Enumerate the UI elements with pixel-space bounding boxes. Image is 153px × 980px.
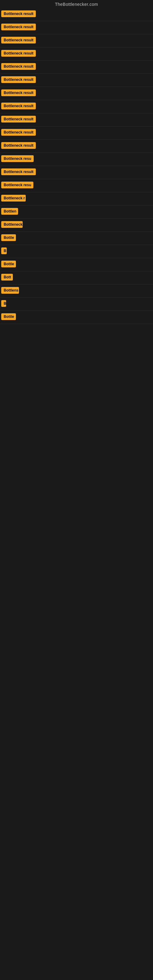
bottleneck-badge[interactable]: Bottleneck result: [1, 24, 36, 30]
result-row: Bottlen: [0, 205, 153, 219]
bottleneck-badge[interactable]: Bott: [1, 274, 13, 280]
result-row: B: [0, 245, 153, 258]
result-row: Bottleneck resu: [0, 179, 153, 192]
result-row: Bottleneck result: [0, 21, 153, 34]
bottleneck-badge[interactable]: B: [1, 300, 6, 307]
bottleneck-badge[interactable]: B: [1, 247, 7, 254]
result-row: Bottleneck resu: [0, 153, 153, 166]
result-row: Bottleneck result: [0, 48, 153, 60]
bottleneck-badge[interactable]: Bottleneck result: [1, 116, 36, 123]
bottleneck-badge[interactable]: Bottleneck result: [1, 129, 36, 136]
bottleneck-badge[interactable]: Bottleneck result: [1, 142, 36, 149]
bottleneck-badge[interactable]: Bottle: [1, 313, 16, 320]
result-row: Bott: [0, 271, 153, 285]
result-row: Bottleneck: [0, 219, 153, 232]
bottleneck-badge[interactable]: Bottle: [1, 234, 16, 241]
bottleneck-badge[interactable]: Bottlens: [1, 287, 19, 294]
result-row: Bottleneck result: [0, 74, 153, 87]
result-row: Bottle: [0, 232, 153, 245]
bottleneck-badge[interactable]: Bottleneck resu: [1, 155, 33, 162]
bottleneck-badge[interactable]: Bottleneck resu: [1, 181, 33, 188]
bottleneck-badge[interactable]: Bottleneck: [1, 221, 22, 228]
result-row: Bottleneck result: [0, 140, 153, 153]
bottleneck-badge[interactable]: Bottleneck r: [1, 195, 26, 202]
bottleneck-badge[interactable]: Bottleneck result: [1, 63, 36, 70]
result-row: Bottleneck result: [0, 87, 153, 100]
result-row: Bottleneck result: [0, 34, 153, 48]
result-row: Bottleneck result: [0, 100, 153, 113]
result-row: Bottleneck result: [0, 113, 153, 126]
result-row: Bottlens: [0, 285, 153, 298]
bottleneck-badge[interactable]: Bottleneck result: [1, 37, 36, 43]
result-row: Bottleneck result: [0, 126, 153, 140]
result-row: Bottle: [0, 311, 153, 324]
bottleneck-badge[interactable]: Bottleneck result: [1, 10, 36, 17]
bottleneck-badge[interactable]: Bottleneck result: [1, 103, 36, 109]
result-row: Bottle: [0, 258, 153, 271]
bottleneck-badge[interactable]: Bottleneck result: [1, 169, 36, 175]
result-row: Bottleneck result: [0, 166, 153, 179]
bottleneck-badge[interactable]: Bottleneck result: [1, 50, 36, 57]
bottleneck-badge[interactable]: Bottleneck result: [1, 89, 36, 96]
results-list: Bottleneck resultBottleneck resultBottle…: [0, 8, 153, 324]
result-row: Bottleneck r: [0, 192, 153, 205]
result-row: B: [0, 298, 153, 311]
site-header: TheBottlenecker.com: [0, 0, 153, 8]
result-row: Bottleneck result: [0, 60, 153, 74]
result-row: Bottleneck result: [0, 8, 153, 21]
bottleneck-badge[interactable]: Bottleneck result: [1, 76, 36, 83]
bottleneck-badge[interactable]: Bottle: [1, 261, 16, 267]
bottleneck-badge[interactable]: Bottlen: [1, 208, 18, 215]
site-title: TheBottlenecker.com: [0, 0, 153, 8]
